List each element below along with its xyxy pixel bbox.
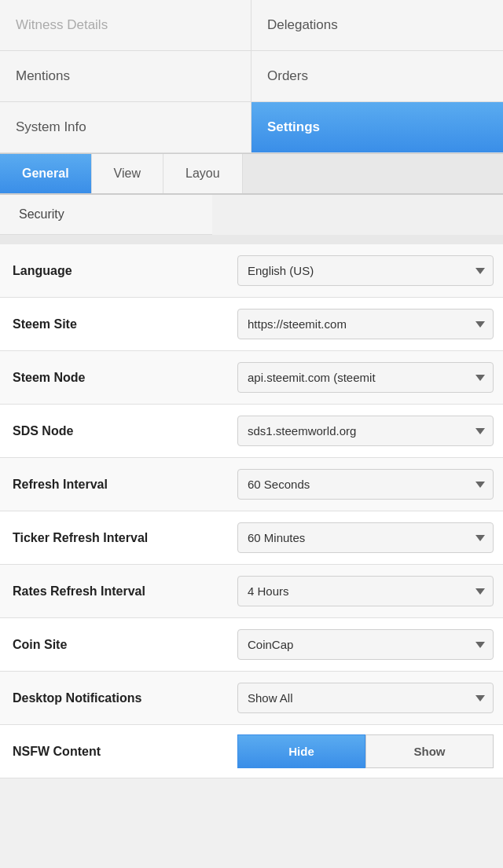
setting-language-label: Language (0, 253, 228, 289)
nav-settings[interactable]: Settings (252, 102, 503, 153)
setting-nsfw-content: NSFW Content Hide Show (0, 725, 503, 778)
setting-sds-node: SDS Node sds1.steemworld.org sds2.steemw… (0, 405, 503, 458)
nav-orders[interactable]: Orders (252, 51, 503, 102)
setting-steem-node-label: Steem Node (0, 360, 228, 396)
setting-steem-site-label: Steem Site (0, 306, 228, 342)
setting-sds-node-control: sds1.steemworld.org sds2.steemworld.org (228, 408, 503, 454)
setting-coin-site: Coin Site CoinCap CoinMarketCap CoinGeck… (0, 618, 503, 672)
setting-refresh-interval-label: Refresh Interval (0, 467, 228, 503)
setting-steem-site-control: https://steemit.com https://busy.org htt… (228, 301, 503, 347)
nsfw-toggle-group: Hide Show (237, 734, 494, 768)
setting-language: Language English (US) Deutsch Español Fr… (0, 244, 503, 298)
setting-sds-node-label: SDS Node (0, 413, 228, 449)
setting-desktop-notifications-control: Show All Show None Mentions Only (228, 675, 503, 721)
setting-desktop-notifications-label: Desktop Notifications (0, 680, 228, 716)
setting-desktop-notifications: Desktop Notifications Show All Show None… (0, 672, 503, 725)
nsfw-show-button[interactable]: Show (365, 734, 494, 768)
setting-rates-refresh: Rates Refresh Interval 1 Hour 2 Hours 4 … (0, 565, 503, 618)
setting-refresh-interval-control: 30 Seconds 60 Seconds 2 Minutes 5 Minute… (228, 461, 503, 507)
desktop-notifications-select[interactable]: Show All Show None Mentions Only (237, 683, 494, 713)
security-item[interactable]: Security (0, 195, 212, 235)
tab-general[interactable]: General (0, 154, 92, 193)
tab-layout[interactable]: Layou (163, 154, 243, 193)
nav-system-info[interactable]: System Info (0, 102, 252, 153)
setting-ticker-refresh: Ticker Refresh Interval 15 Minutes 30 Mi… (0, 511, 503, 565)
ticker-refresh-select[interactable]: 15 Minutes 30 Minutes 60 Minutes 2 Hours (237, 522, 494, 553)
nav-delegations[interactable]: Delegations (252, 0, 503, 51)
setting-steem-node-control: api.steemit.com (steemit steemd.steemit.… (228, 354, 503, 401)
setting-refresh-interval: Refresh Interval 30 Seconds 60 Seconds 2… (0, 458, 503, 511)
settings-section: Language English (US) Deutsch Español Fr… (0, 244, 503, 778)
nav-mentions[interactable]: Mentions (0, 51, 252, 102)
language-select[interactable]: English (US) Deutsch Español Français (237, 255, 494, 286)
steem-site-select[interactable]: https://steemit.com https://busy.org htt… (237, 309, 494, 339)
spacer (0, 235, 503, 244)
tab-view[interactable]: View (92, 154, 163, 193)
setting-nsfw-label: NSFW Content (0, 734, 228, 770)
setting-ticker-refresh-label: Ticker Refresh Interval (0, 520, 228, 556)
setting-rates-refresh-label: Rates Refresh Interval (0, 573, 228, 610)
nsfw-hide-button[interactable]: Hide (237, 734, 365, 768)
setting-nsfw-control: Hide Show (228, 727, 503, 776)
setting-steem-site: Steem Site https://steemit.com https://b… (0, 298, 503, 351)
setting-coin-site-control: CoinCap CoinMarketCap CoinGecko (228, 621, 503, 668)
steem-node-select[interactable]: api.steemit.com (steemit steemd.steemit.… (237, 362, 494, 393)
setting-language-control: English (US) Deutsch Español Français (228, 247, 503, 294)
setting-coin-site-label: Coin Site (0, 627, 228, 663)
rates-refresh-select[interactable]: 1 Hour 2 Hours 4 Hours 8 Hours (237, 576, 494, 606)
top-nav: Witness Details Delegations Mentions Ord… (0, 0, 503, 154)
subtab-bar: General View Layou (0, 154, 503, 195)
sds-node-select[interactable]: sds1.steemworld.org sds2.steemworld.org (237, 416, 494, 446)
nav-witness-details[interactable]: Witness Details (0, 0, 252, 51)
setting-ticker-refresh-control: 15 Minutes 30 Minutes 60 Minutes 2 Hours (228, 515, 503, 561)
setting-rates-refresh-control: 1 Hour 2 Hours 4 Hours 8 Hours (228, 568, 503, 614)
refresh-interval-select[interactable]: 30 Seconds 60 Seconds 2 Minutes 5 Minute… (237, 469, 494, 500)
coin-site-select[interactable]: CoinCap CoinMarketCap CoinGecko (237, 629, 494, 660)
setting-steem-node: Steem Node api.steemit.com (steemit stee… (0, 351, 503, 405)
